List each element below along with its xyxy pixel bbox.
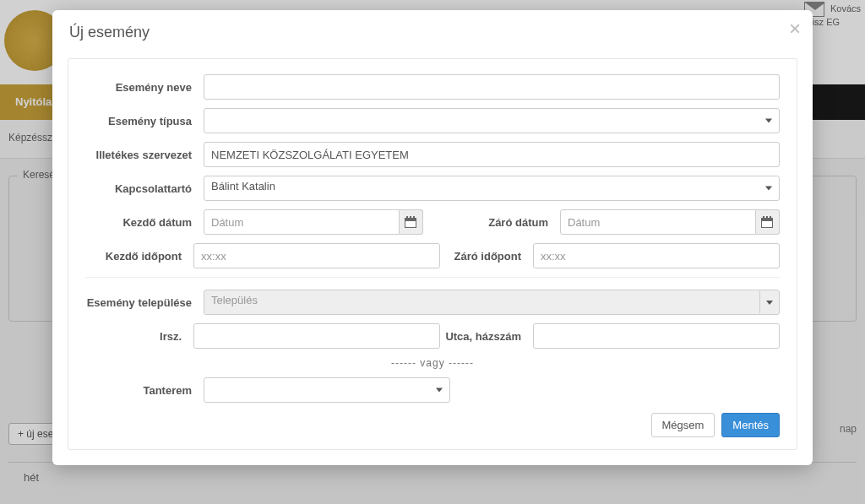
label-event-name: Esemény neve — [85, 81, 204, 94]
chevron-down-icon — [436, 388, 443, 393]
cancel-button[interactable]: Mégsem — [651, 413, 715, 437]
combo-dropdown-button[interactable] — [759, 291, 778, 313]
end-time-input[interactable] — [533, 243, 780, 268]
label-end-time: Záró időpont — [440, 250, 533, 263]
calendar-icon — [761, 216, 773, 228]
label-town: Esemény települése — [85, 296, 204, 309]
end-date-input[interactable] — [560, 209, 756, 235]
start-date-input[interactable] — [204, 209, 400, 235]
label-zip: Irsz. — [85, 330, 193, 343]
calendar-icon — [405, 216, 416, 228]
modal-body: Esemény neve Esemény típusa Illetékes sz… — [52, 51, 813, 465]
modal-overlay: Új esemény × Esemény neve Esemény típusa — [0, 0, 865, 504]
org-input — [204, 142, 780, 167]
form-panel: Esemény neve Esemény típusa Illetékes sz… — [68, 58, 797, 450]
label-org: Illetékes szervezet — [85, 149, 204, 161]
chevron-down-icon — [766, 301, 773, 305]
label-event-type: Esemény típusa — [85, 115, 204, 127]
town-placeholder: Település — [211, 294, 258, 306]
or-separator: ------ vagy ------ — [85, 357, 780, 369]
label-street: Utca, házszám — [440, 330, 533, 343]
new-event-modal: Új esemény × Esemény neve Esemény típusa — [52, 10, 813, 465]
street-input[interactable] — [533, 323, 780, 349]
label-room: Tanterem — [85, 384, 204, 397]
label-contact: Kapcsolattartó — [85, 182, 204, 195]
start-date-picker-button[interactable] — [400, 209, 423, 235]
divider — [85, 277, 780, 278]
save-button[interactable]: Mentés — [721, 413, 780, 437]
event-type-select[interactable] — [204, 108, 780, 133]
zip-input[interactable] — [193, 323, 440, 349]
start-time-input[interactable] — [193, 243, 440, 268]
label-start-date: Kezdő dátum — [85, 216, 204, 229]
contact-value: Bálint Katalin — [211, 180, 275, 192]
end-date-picker-button[interactable] — [756, 209, 780, 235]
chevron-down-icon — [765, 119, 772, 123]
label-start-time: Kezdő időpont — [85, 250, 193, 263]
chevron-down-icon — [765, 187, 772, 191]
room-select[interactable] — [204, 377, 450, 403]
close-icon[interactable]: × — [789, 19, 801, 39]
contact-select[interactable]: Bálint Katalin — [204, 176, 780, 201]
town-select[interactable]: Település — [204, 290, 780, 315]
modal-header: Új esemény × — [52, 10, 813, 51]
modal-footer: Mégsem Mentés — [85, 413, 780, 437]
event-name-input[interactable] — [204, 74, 780, 100]
label-end-date: Záró dátum — [459, 216, 560, 229]
modal-title: Új esemény — [69, 24, 796, 41]
